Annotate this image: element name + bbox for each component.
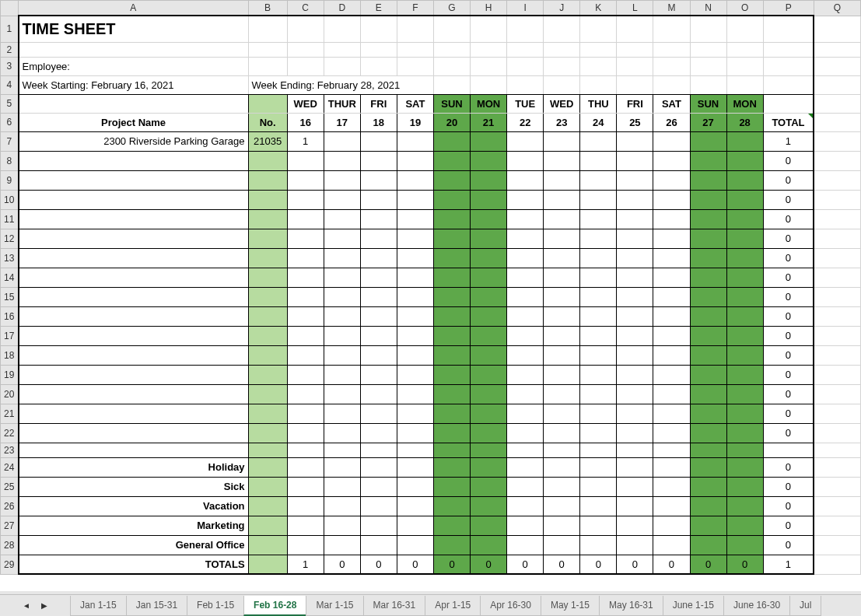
row-header-19[interactable]: 19 [1,365,19,384]
row-header-3[interactable]: 3 [1,57,19,75]
hours-cell[interactable] [324,248,360,268]
col-header-H[interactable]: H [471,1,507,16]
row-header-12[interactable]: 12 [1,229,19,248]
sheet-tab[interactable]: June 16-30 [723,596,790,616]
hours-cell[interactable] [287,345,324,365]
col-header-B[interactable]: B [248,1,287,16]
hours-cell[interactable] [726,457,763,477]
hours-cell[interactable] [653,306,690,326]
hours-cell[interactable] [360,384,397,404]
hours-cell[interactable] [544,190,580,209]
hours-cell[interactable] [471,516,507,535]
hours-cell[interactable] [397,151,433,170]
hours-cell[interactable] [544,170,580,190]
hours-cell[interactable] [580,170,617,190]
hours-cell[interactable] [544,248,580,268]
hours-cell[interactable] [433,423,470,443]
hours-cell[interactable] [433,151,470,170]
hours-cell[interactable] [726,477,763,496]
hours-cell[interactable] [397,423,433,443]
hours-cell[interactable] [433,457,470,477]
hours-cell[interactable] [287,229,324,248]
hours-cell[interactable] [580,287,617,306]
hours-cell[interactable] [360,131,397,151]
row-header-5[interactable]: 5 [1,94,19,113]
hours-cell[interactable] [433,365,470,384]
col-header-I[interactable]: I [507,1,544,16]
hours-cell[interactable] [580,365,617,384]
hours-cell[interactable] [397,229,433,248]
hours-cell[interactable] [287,151,324,170]
hours-cell[interactable] [360,151,397,170]
sheet-tab[interactable]: Feb 16-28 [243,596,306,616]
project-name[interactable] [19,287,249,306]
hours-cell[interactable] [726,345,763,365]
hours-cell[interactable] [433,535,470,555]
hours-cell[interactable] [433,268,470,287]
col-header-Q[interactable]: Q [814,1,860,16]
hours-cell[interactable] [433,384,470,404]
hours-cell[interactable] [507,131,544,151]
row-header-9[interactable]: 9 [1,170,19,190]
hours-cell[interactable] [544,384,580,404]
hours-cell[interactable] [580,268,617,287]
hours-cell[interactable]: 1 [287,131,324,151]
hours-cell[interactable] [360,477,397,496]
hours-cell[interactable] [726,170,763,190]
hours-cell[interactable] [726,496,763,516]
hours-cell[interactable] [653,170,690,190]
row-header-24[interactable]: 24 [1,457,19,477]
project-name[interactable] [19,384,249,404]
cell[interactable] [248,16,287,42]
hours-cell[interactable] [726,131,763,151]
hours-cell[interactable] [433,287,470,306]
hours-cell[interactable] [397,131,433,151]
hours-cell[interactable] [471,384,507,404]
hours-cell[interactable] [287,365,324,384]
project-no[interactable]: 21035 [248,131,287,151]
hours-cell[interactable] [324,229,360,248]
hours-cell[interactable] [653,477,690,496]
project-name[interactable] [19,170,249,190]
hours-cell[interactable] [507,423,544,443]
spreadsheet-table[interactable]: ABCDEFGHIJKLMNOPQ1TIME SHEET23Employee:4… [0,0,861,575]
hours-cell[interactable] [471,151,507,170]
cell[interactable] [287,16,324,42]
project-name[interactable] [19,326,249,345]
row-header-28[interactable]: 28 [1,535,19,555]
hours-cell[interactable] [507,365,544,384]
hours-cell[interactable] [360,496,397,516]
hours-cell[interactable] [617,131,653,151]
hours-cell[interactable] [653,268,690,287]
hours-cell[interactable] [580,345,617,365]
hours-cell[interactable] [324,496,360,516]
hours-cell[interactable] [507,306,544,326]
hours-cell[interactable] [544,151,580,170]
cell[interactable] [814,16,860,42]
hours-cell[interactable] [690,209,726,229]
hours-cell[interactable] [507,229,544,248]
col-header-L[interactable]: L [617,1,653,16]
project-name[interactable] [19,345,249,365]
hours-cell[interactable] [433,516,470,535]
hours-cell[interactable] [397,306,433,326]
hours-cell[interactable] [690,365,726,384]
hours-cell[interactable] [580,209,617,229]
hours-cell[interactable] [397,535,433,555]
col-header-K[interactable]: K [580,1,617,16]
sheet-tab[interactable]: Apr 16-30 [480,596,541,616]
cell[interactable] [690,16,726,42]
hours-cell[interactable] [287,326,324,345]
hours-cell[interactable] [617,209,653,229]
hours-cell[interactable] [360,248,397,268]
hours-cell[interactable] [360,457,397,477]
hours-cell[interactable] [471,287,507,306]
hours-cell[interactable] [324,384,360,404]
hours-cell[interactable] [397,190,433,209]
col-header-P[interactable]: P [763,1,814,16]
row-header-25[interactable]: 25 [1,477,19,496]
hours-cell[interactable] [507,248,544,268]
hours-cell[interactable] [617,345,653,365]
row-header-27[interactable]: 27 [1,516,19,535]
hours-cell[interactable] [726,306,763,326]
